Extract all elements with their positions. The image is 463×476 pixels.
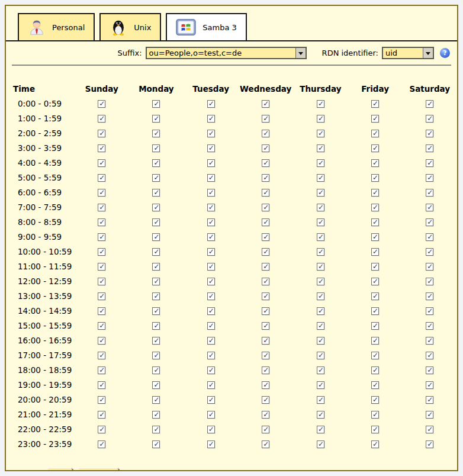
tab-unix[interactable]: Unix — [99, 13, 161, 40]
suffix-select[interactable]: ou=People,o=test,c=de — [146, 47, 307, 59]
day-checkbox[interactable] — [317, 144, 324, 152]
day-checkbox[interactable] — [426, 366, 433, 374]
day-checkbox[interactable] — [262, 248, 269, 256]
day-checkbox[interactable] — [371, 248, 379, 256]
day-checkbox[interactable] — [317, 263, 324, 271]
tab-personal[interactable]: Personal — [18, 13, 95, 40]
day-checkbox[interactable] — [371, 263, 379, 271]
day-checkbox[interactable] — [152, 307, 160, 315]
day-checkbox[interactable] — [317, 130, 324, 137]
day-checkbox[interactable] — [317, 396, 324, 404]
day-checkbox[interactable] — [371, 307, 379, 315]
day-checkbox[interactable] — [426, 411, 433, 419]
day-checkbox[interactable] — [371, 278, 379, 285]
day-checkbox[interactable] — [317, 426, 324, 433]
day-checkbox[interactable] — [426, 381, 433, 389]
day-checkbox[interactable] — [426, 174, 433, 182]
day-checkbox[interactable] — [207, 130, 215, 137]
day-checkbox[interactable] — [98, 115, 105, 123]
tab-samba3[interactable]: Samba 3 — [166, 13, 247, 40]
day-checkbox[interactable] — [317, 189, 324, 197]
day-checkbox[interactable] — [317, 159, 324, 167]
day-checkbox[interactable] — [152, 204, 160, 211]
day-checkbox[interactable] — [98, 440, 105, 448]
day-checkbox[interactable] — [371, 233, 379, 241]
day-checkbox[interactable] — [262, 307, 269, 315]
day-checkbox[interactable] — [317, 366, 324, 374]
day-checkbox[interactable] — [152, 352, 160, 359]
day-checkbox[interactable] — [426, 278, 433, 285]
day-checkbox[interactable] — [262, 381, 269, 389]
day-checkbox[interactable] — [152, 396, 160, 404]
day-checkbox[interactable] — [426, 130, 433, 137]
day-checkbox[interactable] — [98, 189, 105, 197]
day-checkbox[interactable] — [152, 144, 160, 152]
day-checkbox[interactable] — [98, 381, 105, 389]
day-checkbox[interactable] — [152, 233, 160, 241]
day-checkbox[interactable] — [98, 263, 105, 271]
day-checkbox[interactable] — [262, 322, 269, 330]
day-checkbox[interactable] — [262, 159, 269, 167]
day-checkbox[interactable] — [317, 381, 324, 389]
day-checkbox[interactable] — [98, 292, 105, 300]
day-checkbox[interactable] — [371, 366, 379, 374]
day-checkbox[interactable] — [371, 426, 379, 433]
day-checkbox[interactable] — [262, 411, 269, 419]
day-checkbox[interactable] — [152, 115, 160, 123]
day-checkbox[interactable] — [371, 396, 379, 404]
day-checkbox[interactable] — [262, 292, 269, 300]
day-checkbox[interactable] — [371, 218, 379, 226]
day-checkbox[interactable] — [371, 292, 379, 300]
day-checkbox[interactable] — [152, 426, 160, 433]
day-checkbox[interactable] — [317, 233, 324, 241]
day-checkbox[interactable] — [98, 411, 105, 419]
day-checkbox[interactable] — [317, 278, 324, 285]
day-checkbox[interactable] — [317, 174, 324, 182]
day-checkbox[interactable] — [98, 204, 105, 211]
day-checkbox[interactable] — [207, 189, 215, 197]
day-checkbox[interactable] — [426, 426, 433, 433]
day-checkbox[interactable] — [207, 307, 215, 315]
day-checkbox[interactable] — [317, 248, 324, 256]
day-checkbox[interactable] — [207, 352, 215, 359]
day-checkbox[interactable] — [262, 352, 269, 359]
day-checkbox[interactable] — [152, 100, 160, 108]
day-checkbox[interactable] — [426, 100, 433, 108]
day-checkbox[interactable] — [262, 278, 269, 285]
day-checkbox[interactable] — [317, 352, 324, 359]
day-checkbox[interactable] — [426, 115, 433, 123]
day-checkbox[interactable] — [207, 440, 215, 448]
day-checkbox[interactable] — [207, 233, 215, 241]
day-checkbox[interactable] — [152, 381, 160, 389]
day-checkbox[interactable] — [98, 426, 105, 433]
day-checkbox[interactable] — [426, 322, 433, 330]
day-checkbox[interactable] — [152, 278, 160, 285]
day-checkbox[interactable] — [152, 322, 160, 330]
day-checkbox[interactable] — [98, 366, 105, 374]
day-checkbox[interactable] — [262, 218, 269, 226]
day-checkbox[interactable] — [262, 396, 269, 404]
day-checkbox[interactable] — [207, 159, 215, 167]
day-checkbox[interactable] — [371, 144, 379, 152]
day-checkbox[interactable] — [152, 263, 160, 271]
day-checkbox[interactable] — [426, 189, 433, 197]
day-checkbox[interactable] — [152, 218, 160, 226]
day-checkbox[interactable] — [207, 174, 215, 182]
cancel-button[interactable]: Cancel — [78, 468, 118, 471]
day-checkbox[interactable] — [371, 411, 379, 419]
day-checkbox[interactable] — [152, 292, 160, 300]
day-checkbox[interactable] — [262, 130, 269, 137]
day-checkbox[interactable] — [152, 411, 160, 419]
day-checkbox[interactable] — [152, 440, 160, 448]
day-checkbox[interactable] — [98, 352, 105, 359]
day-checkbox[interactable] — [207, 381, 215, 389]
day-checkbox[interactable] — [371, 381, 379, 389]
day-checkbox[interactable] — [371, 100, 379, 108]
day-checkbox[interactable] — [98, 337, 105, 345]
day-checkbox[interactable] — [317, 411, 324, 419]
day-checkbox[interactable] — [207, 115, 215, 123]
day-checkbox[interactable] — [426, 337, 433, 345]
day-checkbox[interactable] — [426, 440, 433, 448]
day-checkbox[interactable] — [207, 204, 215, 211]
day-checkbox[interactable] — [371, 189, 379, 197]
